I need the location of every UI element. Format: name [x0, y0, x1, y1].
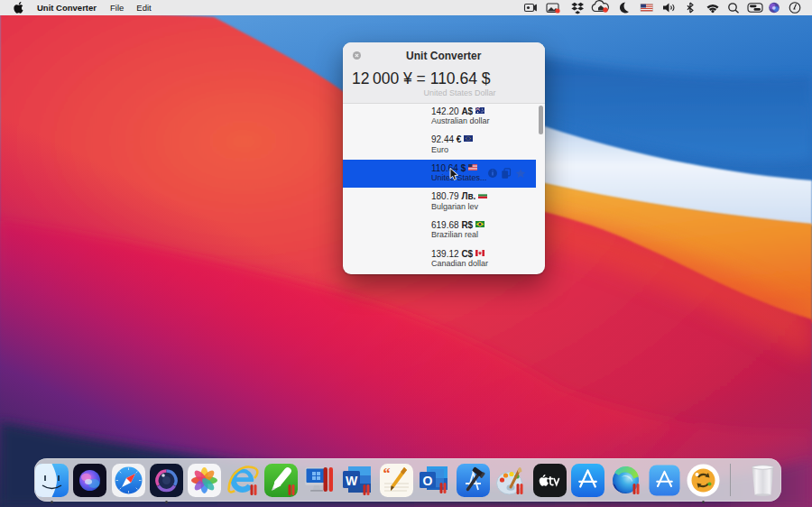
svg-text:“: “ — [383, 466, 390, 481]
svg-text:O: O — [423, 474, 433, 488]
svg-text:W: W — [346, 473, 358, 487]
